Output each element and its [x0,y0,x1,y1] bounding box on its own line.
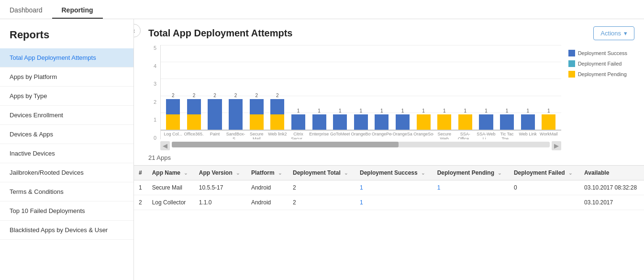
sidebar-item-devices-enrollment[interactable]: Devices Enrollment [0,106,133,125]
bar-stack-2 [205,99,225,130]
sidebar-item-apps-by-platform[interactable]: Apps by Platform [0,67,133,87]
bar-segment-blue-15 [479,114,493,130]
main-content: ‹ Total App Deployment Attempts Actions … [134,19,644,280]
bar-group-0: 2 [163,93,183,130]
table-row: 1Secure Mail10.5.5-17Android211003.10.20… [134,180,644,195]
legend-deployment-success: Deployment Success [568,50,627,56]
cell-deploy-success-1[interactable]: 1 [355,195,433,210]
bar-group-1: 2 [184,93,204,130]
bar-segment-blue-3 [229,99,243,130]
scroll-right-arrow[interactable]: ▶ [552,141,561,150]
cell-platform-0: Android [246,180,288,195]
x-axis: Log Col...Office365...PaintSandBox-S...S… [161,130,561,139]
legend-label-failed: Deployment Failed [578,61,622,67]
sidebar-item-inactive-devices[interactable]: Inactive Devices [0,144,133,163]
nav-dashboard[interactable]: Dashboard [0,2,52,19]
x-label-0: Log Col... [163,131,183,139]
bar-group-2: 2 [205,93,225,130]
bar-group-3: 2 [226,93,246,130]
bar-group-4: 2 [246,93,266,130]
table-header-row: # App Name ⌄ App Version ⌄ Platform ⌄ De… [134,166,644,180]
actions-button[interactable]: Actions ▾ [593,26,634,40]
scroll-left-arrow[interactable]: ◀ [160,141,170,150]
x-label-4: Secure Mail [246,131,266,139]
x-label-11: OrangeSalad [393,131,413,139]
bar-segment-gold-18 [542,114,555,130]
cell-deploy-success-0[interactable]: 1 [355,180,433,195]
bar-stack-6 [289,114,309,130]
bar-top-label-13: 1 [443,108,446,113]
bar-group-10: 1 [372,108,392,130]
x-label-17: Web Link [518,131,538,139]
sidebar-item-devices-apps[interactable]: Devices & Apps [0,125,133,144]
bar-stack-13 [434,114,455,130]
bar-stack-4 [246,99,266,130]
x-label-5: Web link2 [267,131,288,139]
cell-app-version-1: 1.1.0 [194,195,246,210]
sidebar-item-jailbroken-rooted[interactable]: Jailbroken/Rooted Devices [0,163,133,182]
bar-group-6: 1 [289,108,309,130]
y-label-0: 0 [148,135,156,141]
y-label-5: 5 [148,45,156,51]
bar-segment-blue-1 [187,99,201,114]
col-num: # [134,166,147,180]
sidebar: Reports Total App Deployment Attempts Ap… [0,19,134,280]
cell-deploy-total-0: 2 [288,180,355,195]
scrollbar-thumb [172,142,399,147]
bar-group-8: 1 [330,108,350,130]
chart-y-axis: 0 1 2 3 4 5 [148,45,160,150]
bar-group-12: 1 [413,108,433,130]
x-label-14: SSA-Office... [455,131,476,139]
x-label-16: Tic Tac Toe... [497,131,517,139]
bar-group-13: 1 [434,108,455,130]
col-deployment-failed[interactable]: Deployment Failed ⌄ [509,166,579,180]
nav-reporting[interactable]: Reporting [52,2,103,19]
sidebar-item-total-app-deployment[interactable]: Total App Deployment Attempts [0,48,133,67]
bar-top-label-17: 1 [526,108,529,113]
col-app-version[interactable]: App Version ⌄ [194,166,246,180]
bar-stack-7 [309,114,329,130]
col-app-name[interactable]: App Name ⌄ [147,166,194,180]
bar-group-9: 1 [351,108,371,130]
cell-available-1: 03.10.2017 [579,195,644,210]
bar-group-15: 1 [476,108,496,130]
legend-deployment-pending: Deployment Pending [568,71,627,78]
bar-group-16: 1 [497,108,517,130]
x-label-9: OrangeBowl [351,131,371,139]
bar-segment-blue-11 [396,114,410,130]
cell-available-0: 03.10.2017 08:32:28 [579,180,644,195]
x-label-1: Office365... [184,131,204,139]
sort-deploy-total-icon: ⌄ [344,170,348,176]
main-header: Total App Deployment Attempts Actions ▾ [134,19,644,45]
col-deployment-pending[interactable]: Deployment Pending ⌄ [433,166,509,180]
cell-deploy-pending-0[interactable]: 1 [433,180,509,195]
x-label-13: Secure Web [434,131,455,139]
table-section: # App Name ⌄ App Version ⌄ Platform ⌄ De… [134,165,644,280]
chart-scrollbar[interactable] [172,142,550,147]
chart-bars-wrapper: 2222221111111111111 Log Col...Office365.… [160,45,561,139]
bar-segment-gold-14 [458,114,472,130]
sidebar-item-blacklisted-apps[interactable]: Blacklisted Apps by Devices & User [0,221,133,240]
sidebar-item-terms-conditions[interactable]: Terms & Conditions [0,182,133,202]
cell-num-1: 2 [134,195,147,210]
bar-top-label-7: 1 [318,108,321,113]
col-deployment-success[interactable]: Deployment Success ⌄ [355,166,433,180]
bar-stack-3 [226,99,246,130]
page-title: Total App Deployment Attempts [148,28,292,39]
bar-top-label-16: 1 [506,108,509,113]
col-platform[interactable]: Platform ⌄ [246,166,288,180]
bar-top-label-1: 2 [193,93,196,98]
bar-segment-blue-4 [250,99,264,114]
bar-segment-gold-1 [187,114,201,130]
bar-segment-blue-6 [291,114,305,130]
y-label-4: 4 [148,63,156,69]
bar-top-label-0: 2 [172,93,175,98]
y-label-3: 3 [148,81,156,87]
bar-group-18: 1 [539,108,559,130]
bar-segment-blue-2 [208,99,222,130]
sidebar-item-top10-failed[interactable]: Top 10 Failed Deployments [0,202,133,221]
bar-segment-gold-12 [417,114,431,130]
col-deployment-total[interactable]: Deployment Total ⌄ [288,166,355,180]
bar-top-label-9: 1 [360,108,363,113]
sidebar-item-apps-by-type[interactable]: Apps by Type [0,87,133,106]
